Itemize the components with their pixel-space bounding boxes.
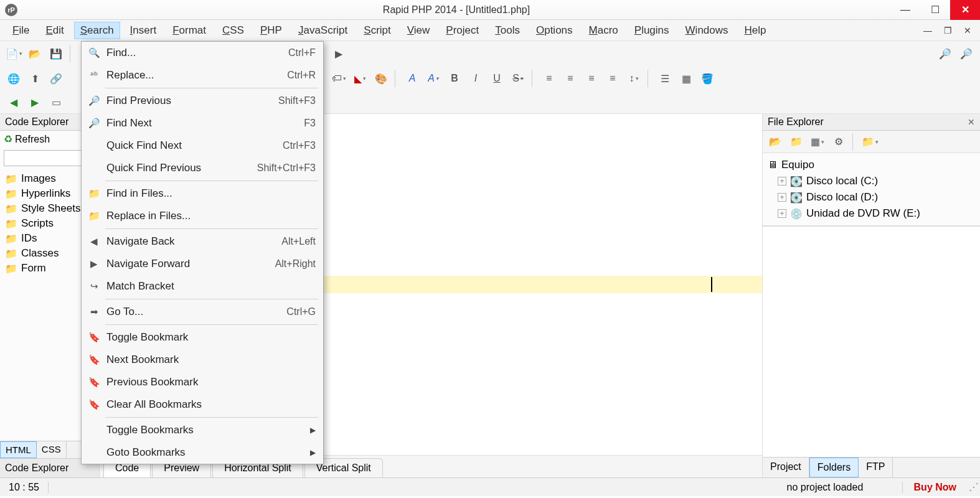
upload-button[interactable]: ⬆	[26, 70, 44, 87]
menu-search[interactable]: Search	[74, 22, 120, 39]
toggle-panel-button[interactable]: ▭	[47, 93, 65, 111]
expand-icon[interactable]: +	[778, 193, 786, 202]
menu-item-toggle-bookmark[interactable]: 🔖Toggle Bookmark	[82, 326, 323, 349]
file-explorer-tab-project[interactable]: Project	[763, 458, 809, 477]
menu-item-label: Next Bookmark	[103, 354, 316, 366]
code-explorer-title: Code Explorer	[5, 116, 68, 128]
lang-tab-html[interactable]: HTML	[0, 441, 37, 458]
new-file-button[interactable]: 📄	[5, 45, 22, 62]
menu-macro[interactable]: Macro	[583, 22, 624, 39]
menu-item-match-bracket[interactable]: ↪Match Bracket	[82, 275, 323, 298]
menu-item-label: Previous Bookmark	[103, 376, 316, 388]
list-button[interactable]: ☰	[656, 70, 674, 87]
expand-icon[interactable]: +	[778, 209, 786, 218]
menu-item-quick-find-next[interactable]: Quick Find NextCtrl+F3	[82, 134, 323, 157]
font-style-button[interactable]: A	[425, 70, 442, 87]
window-maximize-button[interactable]	[920, 0, 950, 20]
menu-item-find-in-files[interactable]: 📁Find in Files...	[82, 182, 323, 205]
line-spacing-button[interactable]: ↕	[625, 70, 643, 87]
drive-item[interactable]: +💽Disco local (D:)	[766, 189, 976, 205]
window-close-button[interactable]	[950, 0, 980, 20]
app-icon: rP	[5, 4, 17, 16]
menu-item-go-to[interactable]: ➡Go To...Ctrl+G	[82, 301, 323, 323]
buy-now-link[interactable]: Buy Now	[903, 482, 968, 493]
refresh-button[interactable]: Refresh	[15, 134, 50, 145]
menu-project[interactable]: Project	[440, 22, 485, 39]
menu-item-next-bookmark[interactable]: 🔖Next Bookmark	[82, 349, 323, 371]
drive-root[interactable]: 🖥Equipo	[766, 157, 976, 173]
nav-forward-button[interactable]: ▶	[26, 93, 44, 111]
node-label: Style Sheets	[21, 202, 80, 215]
strike-button[interactable]: S	[509, 70, 527, 87]
menu-item-navigate-forward[interactable]: ▶Navigate ForwardAlt+Right	[82, 253, 323, 275]
file-explorer-toolbar: 📂 📁 ▦ ⚙ 📁	[763, 131, 980, 153]
file-explorer-tab-folders[interactable]: Folders	[809, 458, 859, 477]
menu-item-replace[interactable]: ᵃᵇReplace...Ctrl+R	[82, 64, 323, 87]
file-settings-button[interactable]: ⚙	[830, 133, 847, 151]
align-left-button[interactable]: ≡	[540, 70, 558, 87]
mdi-close-button[interactable]: ✕	[961, 24, 974, 37]
underline-button[interactable]: U	[488, 70, 506, 87]
menu-item-quick-find-previous[interactable]: Quick Find PreviousShift+Ctrl+F3	[82, 157, 323, 179]
italic-button[interactable]: I	[467, 70, 484, 87]
lang-tab-css[interactable]: CSS	[37, 441, 67, 458]
font-button[interactable]: A	[403, 70, 421, 87]
new-folder-button[interactable]: 📁	[788, 133, 805, 151]
bold-button[interactable]: B	[446, 70, 463, 87]
align-center-button[interactable]: ≡	[562, 70, 579, 87]
menu-item-previous-bookmark[interactable]: 🔖Previous Bookmark	[82, 371, 323, 393]
nav-back-button[interactable]: ◀	[5, 93, 22, 111]
file-explorer-tab-ftp[interactable]: FTP	[859, 458, 893, 477]
link-button[interactable]: 🔗	[47, 70, 65, 87]
menu-item-find[interactable]: 🔍Find...Ctrl+F	[82, 42, 323, 64]
drive-icon: 💽	[790, 192, 803, 204]
menu-javascript[interactable]: JavaScript	[292, 22, 354, 39]
menu-script[interactable]: Script	[357, 22, 397, 39]
open-button[interactable]: 📂	[26, 45, 44, 62]
paint-button[interactable]: 🪣	[699, 70, 716, 87]
file-explorer-close-button[interactable]: ✕	[968, 117, 975, 127]
browser-button[interactable]: 🌐	[5, 70, 22, 87]
menu-item-find-next[interactable]: 🔎Find NextF3	[82, 112, 323, 134]
align-justify-button[interactable]: ≡	[604, 70, 621, 87]
menu-view[interactable]: View	[401, 22, 436, 39]
view-mode-button[interactable]: ▦	[809, 133, 826, 151]
menu-insert[interactable]: Insert	[124, 22, 163, 39]
menu-item-replace-in-files[interactable]: 📁Replace in Files...	[82, 205, 323, 227]
menu-windows[interactable]: Windows	[679, 22, 735, 39]
menu-format[interactable]: Format	[166, 22, 212, 39]
menu-css[interactable]: CSS	[216, 22, 250, 39]
menu-item-clear-all-bookmarks[interactable]: 🔖Clear All Bookmarks	[82, 393, 323, 416]
save-button[interactable]: 💾	[47, 45, 65, 62]
menu-item-toggle-bookmarks[interactable]: Toggle Bookmarks▶	[82, 419, 323, 441]
resize-grip[interactable]: ⋰	[968, 481, 980, 493]
menu-file[interactable]: File	[6, 22, 35, 39]
run-button[interactable]: ▶	[330, 45, 347, 62]
align-right-button[interactable]: ≡	[583, 70, 600, 87]
menu-plugins[interactable]: Plugins	[628, 22, 676, 39]
folder-icon: 📁	[5, 188, 17, 200]
mdi-minimize-button[interactable]: —	[921, 24, 934, 37]
menu-help[interactable]: Help	[738, 22, 773, 39]
drive-item[interactable]: +💽Disco local (C:)	[766, 173, 976, 189]
menu-options[interactable]: Options	[530, 22, 579, 39]
find-prev-button[interactable]: 🔎	[936, 45, 954, 62]
menu-item-find-previous[interactable]: 🔎Find PreviousShift+F3	[82, 90, 323, 112]
tag-select-button[interactable]: 🏷	[330, 70, 347, 87]
folder-up-button[interactable]: 📂	[766, 133, 784, 151]
menu-tools[interactable]: Tools	[489, 22, 526, 39]
find-next-button[interactable]: 🔎	[958, 45, 975, 62]
menu-php[interactable]: PHP	[254, 22, 288, 39]
folder-filter-button[interactable]: 📁	[861, 133, 879, 151]
node-label: Hyperlinks	[21, 187, 70, 200]
menu-item-navigate-back[interactable]: ◀Navigate BackAlt+Left	[82, 230, 323, 253]
highlight-button[interactable]: ◣	[351, 70, 369, 87]
mdi-restore-button[interactable]: ❐	[941, 24, 954, 37]
table-button[interactable]: ▦	[677, 70, 695, 87]
window-minimize-button[interactable]	[890, 0, 920, 20]
expand-icon[interactable]: +	[778, 177, 786, 186]
drive-item[interactable]: +💿Unidad de DVD RW (E:)	[766, 205, 976, 222]
menu-item-goto-bookmarks[interactable]: Goto Bookmarks▶	[82, 441, 323, 464]
color-button[interactable]: 🎨	[372, 70, 390, 87]
menu-edit[interactable]: Edit	[39, 22, 70, 39]
